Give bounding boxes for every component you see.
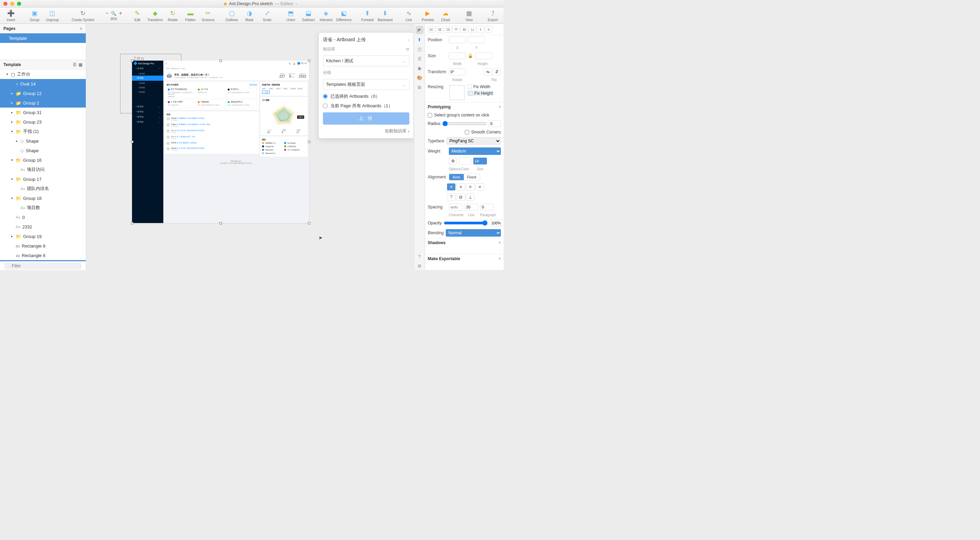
scale-button[interactable]: ⤢Scale: [259, 8, 275, 24]
layer-item[interactable]: Aa项目数: [0, 203, 86, 212]
filter-input[interactable]: [5, 263, 82, 269]
smooth-corners-checkbox[interactable]: Smooth Corners: [425, 128, 504, 136]
text-options-button[interactable]: ⚙: [449, 158, 457, 164]
insert-button[interactable]: ➕Insert: [3, 8, 19, 24]
position-y-input[interactable]: [468, 37, 485, 43]
intersect-button[interactable]: ◈Intersect: [318, 8, 334, 24]
transform-button[interactable]: ◆Transform: [147, 8, 163, 24]
subtract-button[interactable]: ⬓Subtract: [300, 8, 317, 24]
opacity-slider[interactable]: [444, 220, 488, 226]
layer-item[interactable]: ▸📁Group 19: [0, 231, 86, 241]
char-spacing-input[interactable]: [449, 204, 463, 210]
selection-handle[interactable]: [308, 141, 310, 143]
chevron-down-icon[interactable]: ⌄: [295, 2, 298, 5]
layer-item[interactable]: ◇Shape: [0, 146, 86, 155]
radius-slider[interactable]: [442, 121, 487, 126]
paragraph-spacing-input[interactable]: [480, 204, 494, 210]
weight-select[interactable]: Medium: [449, 147, 501, 155]
align-center-v-button[interactable]: ⊟: [460, 26, 468, 33]
selection-handle[interactable]: [131, 60, 134, 62]
text-align-justify-button[interactable]: ≡: [476, 183, 484, 191]
font-size-input[interactable]: [473, 158, 487, 164]
align-center-h-button[interactable]: ⊟: [436, 26, 443, 33]
maximize-window-button[interactable]: [17, 2, 21, 6]
resizing-constraints[interactable]: [450, 85, 465, 100]
difference-button[interactable]: ⬕Difference: [336, 8, 352, 24]
tab-iconfont[interactable]: ◉: [415, 64, 424, 72]
rotate-input[interactable]: [449, 68, 466, 75]
width-input[interactable]: [449, 53, 466, 59]
layer-item[interactable]: ▸📁Group 12: [0, 89, 86, 98]
selection-handle[interactable]: [220, 222, 222, 225]
layer-item[interactable]: ▾📁Group 16: [0, 155, 86, 165]
selection-handle[interactable]: [308, 60, 310, 62]
align-bottom-button[interactable]: ⊔: [469, 26, 476, 33]
layer-item[interactable]: ▾📁手指 (1): [0, 127, 86, 136]
layer-item[interactable]: ▸📁Group 31: [0, 108, 86, 117]
layer-item[interactable]: ▸📁Group 2: [0, 98, 86, 108]
prototyping-section-header[interactable]: Prototyping+: [425, 102, 504, 112]
mask-button[interactable]: ◑Mask: [241, 8, 258, 24]
tab-components[interactable]: ◫: [415, 45, 424, 53]
layer-item[interactable]: Aa项目访问: [0, 165, 86, 174]
exportable-section-header[interactable]: Make Exportable+: [425, 254, 504, 263]
layer-item[interactable]: ▾📁Group 18: [0, 193, 86, 203]
opacity-input[interactable]: [490, 220, 504, 226]
upload-button[interactable]: 上 传: [323, 112, 409, 124]
layer-item[interactable]: Aa2332: [0, 222, 86, 231]
layer-item[interactable]: ▸◇Shape: [0, 136, 86, 146]
grid-view-icon[interactable]: ▦: [79, 62, 82, 67]
add-page-button[interactable]: +: [80, 26, 82, 31]
tab-cursor[interactable]: ◤: [415, 26, 424, 34]
blending-select[interactable]: Normal: [446, 229, 501, 237]
layer-list[interactable]: ▾▢工作台○Oval 14▸📁Group 12▸📁Group 2▸📁Group …: [0, 70, 86, 261]
chevron-right-icon[interactable]: ›: [408, 37, 409, 43]
group-select[interactable]: Templates 模板页面⌄: [323, 79, 409, 90]
layer-item[interactable]: ▸📁Group 23: [0, 117, 86, 127]
outlines-button[interactable]: ▢Outlines: [224, 8, 240, 24]
text-valign-middle-button[interactable]: ⊟: [456, 193, 465, 201]
radius-input[interactable]: [488, 120, 501, 127]
selection-handle[interactable]: [220, 60, 222, 62]
layer-item[interactable]: ▾📁Group 17: [0, 174, 86, 184]
export-button[interactable]: ⤴Export: [485, 8, 501, 24]
flip-h-button[interactable]: ⇋: [484, 68, 492, 75]
preview-button[interactable]: ▶Preview: [420, 8, 436, 24]
radio-selected-artboards[interactable]: 已选择的 Artboards（0）: [323, 93, 409, 99]
ungroup-button[interactable]: ◫Ungroup: [44, 8, 60, 24]
layer-item[interactable]: ▾▢工作台: [0, 70, 86, 79]
align-right-button[interactable]: ⊐|: [444, 26, 452, 33]
union-button[interactable]: ⬒Union: [282, 8, 299, 24]
add-export-button[interactable]: +: [498, 256, 501, 261]
repo-select[interactable]: Kitchen / 测试⌄: [323, 56, 409, 66]
zoom-in-button[interactable]: +: [117, 10, 124, 16]
scissors-button[interactable]: ✂Scissors: [200, 8, 216, 24]
tab-palette[interactable]: 🎨: [415, 73, 424, 82]
group-button[interactable]: ▣Group: [26, 8, 43, 24]
typeface-select[interactable]: PingFang SC: [447, 137, 501, 145]
artboard-workbench[interactable]: Ant Design Pro 一级导航⌃ 二级导航 二级导航 二级导航三级导航三…: [132, 61, 309, 223]
fix-width-toggle[interactable]: Fix Width: [467, 84, 494, 89]
layer-item[interactable]: Aa团队内排名: [0, 184, 86, 193]
rotate-button[interactable]: ↻Rotate: [165, 8, 181, 24]
current-repo-link[interactable]: 当前知识库›: [323, 128, 409, 134]
position-x-input[interactable]: [449, 37, 466, 43]
flatten-button[interactable]: ▬Flatten: [182, 8, 199, 24]
selection-handle[interactable]: [131, 222, 134, 225]
close-window-button[interactable]: [3, 2, 8, 6]
layer-item[interactable]: ▭Rectangle 8: [0, 241, 86, 251]
selection-handle[interactable]: [308, 222, 310, 225]
flip-v-button[interactable]: ⇵: [493, 68, 501, 75]
page-item-template[interactable]: Template: [0, 33, 86, 43]
select-group-content-checkbox[interactable]: Select group's content on click: [425, 112, 504, 119]
text-valign-top-button[interactable]: ⊤: [447, 193, 456, 201]
distribute-h-button[interactable]: ⫴: [477, 26, 484, 33]
text-align-center-button[interactable]: ≡: [456, 183, 465, 191]
layer-item[interactable]: ○Oval 14: [0, 79, 86, 89]
zoom-out-button[interactable]: −: [103, 10, 110, 16]
fix-height-toggle[interactable]: Fix Height: [467, 91, 494, 96]
shadows-section-header[interactable]: Shadows+: [425, 238, 504, 247]
text-align-left-button[interactable]: ≡: [447, 183, 456, 191]
tab-upload[interactable]: ⬆: [415, 35, 424, 44]
layer-item[interactable]: Aa0: [0, 212, 86, 222]
